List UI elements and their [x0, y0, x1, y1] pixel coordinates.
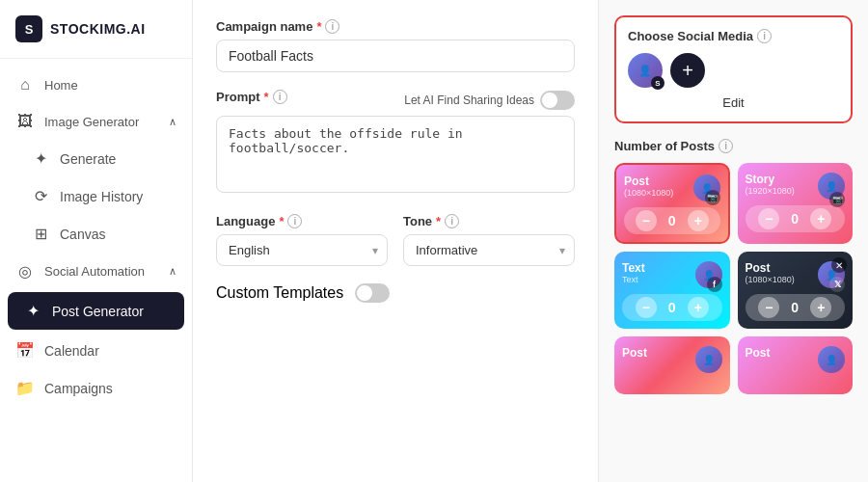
darkpost-counter: − 0 +	[746, 294, 846, 321]
post-card-story1: Story (1920×1080) 👤 📷 − 0 +	[738, 163, 854, 244]
posts-title: Number of Posts i	[614, 139, 853, 153]
logo-icon: S	[15, 15, 42, 42]
sidebar-item-image-history[interactable]: ⟳ Image History	[0, 177, 192, 215]
chevron-down-icon: ∧	[169, 116, 176, 128]
custom-templates-section: Custom Templates	[216, 283, 575, 303]
prompt-info-icon[interactable]: i	[273, 90, 287, 104]
posts-info-icon[interactable]: i	[719, 139, 733, 153]
campaign-name-info-icon[interactable]: i	[325, 19, 339, 34]
language-field: Language * i English Spanish French Germ…	[216, 214, 388, 266]
post-type-label: Post	[624, 174, 673, 188]
post3-type-label: Post	[622, 346, 647, 360]
social-avatars: 👤 S +	[628, 53, 839, 88]
tone-select[interactable]: Informative Casual Formal Humorous	[403, 234, 575, 266]
ai-toggle-row: Let AI Find Sharing Ideas	[404, 91, 575, 110]
darkpost-decrement-button[interactable]: −	[758, 297, 779, 318]
text-counter-value: 0	[665, 300, 680, 315]
story-increment-button[interactable]: +	[810, 208, 831, 229]
home-icon: ⌂	[15, 76, 35, 94]
platform-icon-ig: 📷	[705, 190, 720, 205]
language-select[interactable]: English Spanish French German	[216, 234, 388, 266]
language-tone-section: Language * i English Spanish French Germ…	[216, 214, 575, 266]
sidebar-nav: ⌂ Home 🖼 Image Generator ∧ ✦ Generate ⟳ …	[0, 59, 192, 482]
required-indicator: *	[316, 19, 321, 34]
posts-grid: Post (1080×1080) 👤 📷 − 0 + Story (	[614, 163, 853, 394]
sidebar-item-generate[interactable]: ✦ Generate	[0, 140, 192, 177]
post4-type-label: Post	[746, 346, 771, 360]
post-card-post1: Post (1080×1080) 👤 📷 − 0 +	[614, 163, 730, 244]
brand-name: STOCKIMG.AI	[50, 21, 146, 37]
post3-avatar: 👤	[695, 346, 722, 373]
text-type-label: Text	[622, 261, 645, 275]
darkpost-counter-value: 0	[787, 300, 802, 315]
social-automation-icon: ◎	[15, 262, 35, 281]
text-increment-button[interactable]: +	[688, 297, 709, 318]
darkpost-increment-button[interactable]: +	[810, 297, 831, 318]
sidebar-item-post-generator[interactable]: ✦ Post Generator	[8, 292, 184, 330]
language-info-icon[interactable]: i	[287, 214, 302, 228]
sidebar-item-campaigns[interactable]: 📁 Campaigns	[0, 369, 192, 407]
image-generator-icon: 🖼	[15, 113, 35, 130]
sidebar-item-calendar[interactable]: 📅 Calendar	[0, 332, 192, 369]
text-size-label: Text	[622, 275, 645, 284]
post-card-post2: ✕ Post (1080×1080) 👤 𝕏 − 0 +	[738, 252, 854, 329]
text-counter: − 0 +	[622, 294, 722, 321]
story-counter: − 0 +	[746, 205, 846, 232]
prompt-label: Prompt * i	[216, 90, 287, 104]
tone-select-wrap: Informative Casual Formal Humorous	[403, 234, 575, 266]
posts-section: Number of Posts i Post (1080×1080) 👤 📷 −…	[614, 139, 853, 394]
custom-templates-toggle[interactable]	[355, 283, 390, 303]
increment-button[interactable]: +	[688, 210, 709, 231]
prompt-textarea[interactable]	[216, 116, 575, 193]
edit-link[interactable]: Edit	[628, 95, 839, 110]
campaign-name-input[interactable]	[216, 40, 575, 72]
tone-info-icon[interactable]: i	[445, 214, 459, 228]
custom-templates-label: Custom Templates	[216, 284, 343, 302]
ai-toggle[interactable]	[540, 91, 575, 110]
sidebar-item-image-generator[interactable]: 🖼 Image Generator ∧	[0, 103, 192, 140]
chevron-down-icon-2: ∧	[169, 265, 176, 278]
campaign-name-section: Campaign name * i	[216, 19, 575, 72]
story-size-label: (1920×1080)	[746, 186, 795, 196]
story-decrement-button[interactable]: −	[758, 208, 779, 229]
text-decrement-button[interactable]: −	[636, 297, 657, 318]
counter-value: 0	[665, 213, 680, 228]
post-size-label: (1080×1080)	[624, 188, 673, 198]
close-button[interactable]: ✕	[831, 257, 847, 273]
post-card-text1: Text Text 👤 f − 0 +	[614, 252, 730, 329]
story-platform-icon: 📷	[829, 192, 845, 207]
language-select-wrap: English Spanish French German	[216, 234, 388, 266]
text-platform-icon: f	[707, 277, 722, 292]
tone-field: Tone * i Informative Casual Formal Humor…	[403, 214, 575, 266]
post4-avatar: 👤	[818, 346, 845, 373]
social-media-title: Choose Social Media i	[628, 29, 839, 43]
right-panel: Choose Social Media i 👤 S + Edit Number …	[598, 0, 868, 482]
post-counter: − 0 +	[624, 207, 720, 234]
logo: S STOCKIMG.AI	[0, 0, 192, 59]
social-avatar: 👤 S	[628, 53, 663, 88]
add-social-button[interactable]: +	[670, 53, 705, 88]
darkpost-platform-icon: 𝕏	[829, 277, 845, 292]
social-media-box: Choose Social Media i 👤 S + Edit	[614, 15, 853, 123]
darkpost-size-label: (1080×1080)	[746, 275, 795, 284]
sidebar-item-canvas[interactable]: ⊞ Canvas	[0, 215, 192, 253]
prompt-required: *	[264, 90, 269, 104]
social-media-info-icon[interactable]: i	[757, 29, 772, 43]
post-generator-icon: ✦	[23, 302, 42, 320]
story-type-label: Story	[746, 173, 795, 186]
decrement-button[interactable]: −	[636, 210, 657, 231]
calendar-icon: 📅	[15, 341, 35, 360]
sidebar: S STOCKIMG.AI ⌂ Home 🖼 Image Generator ∧…	[0, 0, 193, 482]
campaign-name-label: Campaign name * i	[216, 19, 575, 34]
canvas-icon: ⊞	[31, 225, 50, 243]
sidebar-item-home[interactable]: ⌂ Home	[0, 67, 192, 103]
story-counter-value: 0	[787, 211, 802, 227]
generate-icon: ✦	[31, 149, 50, 168]
main-content: Campaign name * i Prompt * i Let AI Find…	[193, 0, 598, 482]
sidebar-item-social-automation[interactable]: ◎ Social Automation ∧	[0, 253, 192, 290]
history-icon: ⟳	[31, 187, 50, 205]
platform-badge-s: S	[651, 76, 665, 90]
post-card-post4: Post 👤	[738, 336, 854, 394]
prompt-row: Prompt * i Let AI Find Sharing Ideas	[216, 90, 575, 110]
post-card-post3: Post 👤	[614, 336, 730, 394]
